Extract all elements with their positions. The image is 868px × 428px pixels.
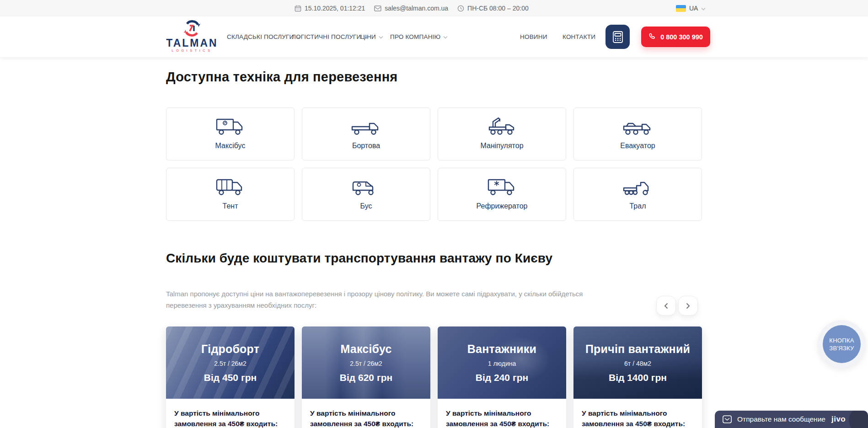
- nav-label: СКЛАДСЬКІ ПОСЛУГИ: [227, 33, 294, 40]
- nav-label: ПРО КОМПАНІЮ: [390, 33, 440, 40]
- language-code: UA: [689, 5, 698, 12]
- pricing-cards: Гідроборт 2.5т / 26м2 Від 450 грн У варт…: [166, 326, 702, 428]
- vehicle-card-crane[interactable]: Маніпулятор: [438, 107, 566, 160]
- flatbed-truck-icon: [351, 118, 382, 136]
- price-card-spec: 1 людина: [488, 360, 516, 367]
- price-card-price: Від 1400 грн: [609, 372, 667, 383]
- nav-contacts[interactable]: КОНТАКТИ: [563, 16, 595, 57]
- box-truck-icon: [215, 118, 246, 136]
- logo-title: TALMAN: [159, 38, 225, 48]
- price-card-details: У вартість мінімального замовлення за 45…: [573, 399, 702, 428]
- tow-truck-icon: [622, 118, 654, 136]
- price-card-price: Від 620 грн: [340, 372, 392, 383]
- chevron-down-icon: [379, 36, 383, 39]
- nav-warehouse-services[interactable]: СКЛАДСЬКІ ПОСЛУГИ: [227, 16, 301, 57]
- hours-text: ПН-СБ 08:00 – 20:00: [467, 5, 529, 12]
- fridge-truck-icon: [487, 178, 518, 197]
- nav-label: ЦІНИ: [360, 33, 376, 40]
- language-selector[interactable]: UA: [676, 0, 706, 16]
- topbar-info: 15.10.2025, 01:12:21 sales@talman.com.ua…: [295, 0, 529, 16]
- datetime-text: 15.10.2025, 01:12:21: [305, 5, 365, 12]
- price-card-title: Гідроборт: [201, 342, 259, 356]
- clock-icon: [457, 5, 464, 12]
- callback-line2: ЗВ'ЯЗКУ: [829, 344, 854, 352]
- nav-label: НОВИНИ: [520, 33, 547, 40]
- nav-label: ЛОГІСТИЧНІ ПОСЛУГИ: [292, 33, 361, 40]
- price-card-hydroboard[interactable]: Гідроборт 2.5т / 26м2 Від 450 грн У варт…: [166, 326, 295, 428]
- carousel-prev-button[interactable]: [656, 296, 676, 316]
- carousel-next-button[interactable]: [678, 296, 698, 316]
- tent-truck-icon: [215, 178, 246, 197]
- envelope-icon: [374, 5, 381, 11]
- carousel-nav: [656, 296, 698, 316]
- price-card-price: Від 450 грн: [204, 372, 257, 383]
- price-card-maxibus[interactable]: Максібус 2.5т / 26м2 Від 620 грн У варті…: [302, 326, 430, 428]
- calendar-icon: [295, 5, 301, 12]
- callback-button-inner: КНОПКА ЗВ'ЯЗКУ: [823, 325, 861, 363]
- price-card-price: Від 240 грн: [476, 372, 528, 383]
- vehicles-section-title: Доступна техніка для перевезення: [166, 70, 397, 85]
- vehicle-card-low-loader[interactable]: Трал: [573, 168, 702, 221]
- callback-button[interactable]: КНОПКА ЗВ'ЯЗКУ: [818, 320, 866, 368]
- nav-logistics-services[interactable]: ЛОГІСТИЧНІ ПОСЛУГИ: [292, 16, 368, 57]
- ukraine-flag-icon: [676, 5, 686, 12]
- vehicle-card-van[interactable]: Бус: [302, 168, 430, 221]
- jivo-logo: jivo: [831, 415, 846, 424]
- price-card-image: Причіп вантажний 6т / 48м2 Від 1400 грн: [573, 326, 702, 399]
- crane-truck-icon: [487, 118, 518, 136]
- vehicle-label: Тент: [223, 202, 238, 210]
- logo-emblem-icon: [182, 19, 203, 38]
- vehicle-label: Бортова: [352, 142, 380, 150]
- price-card-details: У вартість мінімального замовлення за 45…: [166, 399, 295, 428]
- vehicle-card-maxibus[interactable]: Максібус: [166, 107, 295, 160]
- vehicles-grid: Максібус Бортова Маніпулятор Евакуатор Т…: [166, 107, 702, 221]
- chevron-down-icon: [701, 5, 706, 12]
- datetime: 15.10.2025, 01:12:21: [295, 5, 365, 12]
- phone-number: 0 800 300 990: [660, 33, 703, 41]
- price-card-loaders[interactable]: Вантажники 1 людина Від 240 грн У вартіс…: [438, 326, 566, 428]
- vehicle-card-flatbed[interactable]: Бортова: [302, 107, 430, 160]
- price-card-details: У вартість мінімального замовлення за 45…: [302, 399, 430, 428]
- vehicle-label: Максібус: [215, 142, 246, 150]
- vehicle-label: Бус: [360, 202, 372, 210]
- nav-news[interactable]: НОВИНИ: [520, 16, 547, 57]
- price-card-image: Гідроборт 2.5т / 26м2 Від 450 грн: [166, 326, 295, 399]
- chat-envelope-icon: [722, 415, 732, 424]
- price-card-spec: 2.5т / 26м2: [350, 360, 382, 367]
- price-card-image: Вантажники 1 людина Від 240 грн: [438, 326, 566, 399]
- chat-message: Отправьте нам сообщение: [737, 415, 825, 423]
- price-card-cargo-trailer[interactable]: Причіп вантажний 6т / 48м2 Від 1400 грн …: [573, 326, 702, 428]
- chevron-down-icon: [443, 36, 448, 39]
- nav-about-company[interactable]: ПРО КОМПАНІЮ: [390, 16, 448, 57]
- vehicle-card-fridge[interactable]: Рефрижератор: [438, 168, 566, 221]
- phone-icon: [648, 33, 656, 41]
- price-card-spec: 2.5т / 26м2: [214, 360, 246, 367]
- vehicle-card-tent[interactable]: Тент: [166, 168, 295, 221]
- price-card-details: У вартість мінімального замовлення за 45…: [438, 399, 566, 428]
- calculator-icon: [612, 31, 623, 43]
- nav-prices[interactable]: ЦІНИ: [360, 16, 383, 57]
- pricing-section-title: Скільки буде коштувати транспортування в…: [166, 251, 552, 266]
- price-card-title: Вантажники: [467, 342, 536, 356]
- logo-subtitle: LOGISTICS: [159, 48, 225, 53]
- price-card-title: Максібус: [341, 342, 392, 356]
- logo[interactable]: TALMAN LOGISTICS: [159, 19, 225, 53]
- vehicle-card-tow[interactable]: Евакуатор: [573, 107, 702, 160]
- pricing-description: Talman пропонує доступні ціни на вантажо…: [166, 288, 600, 311]
- van-icon: [351, 178, 382, 197]
- low-loader-icon: [622, 178, 654, 197]
- price-card-image: Максібус 2.5т / 26м2 Від 620 грн: [302, 326, 430, 399]
- working-hours: ПН-СБ 08:00 – 20:00: [457, 5, 529, 12]
- chat-widget[interactable]: Отправьте нам сообщение jivo: [715, 411, 868, 428]
- topbar: 15.10.2025, 01:12:21 sales@talman.com.ua…: [0, 0, 868, 16]
- calculator-button[interactable]: [605, 25, 630, 49]
- vehicle-label: Рефрижератор: [477, 202, 528, 210]
- chevron-right-icon: [686, 303, 690, 309]
- callback-line1: КНОПКА: [829, 337, 854, 344]
- header: TALMAN LOGISTICS СКЛАДСЬКІ ПОСЛУГИ ЛОГІС…: [0, 16, 868, 57]
- email[interactable]: sales@talman.com.ua: [374, 5, 448, 12]
- phone-button[interactable]: 0 800 300 990: [641, 27, 710, 47]
- price-card-title: Причіп вантажний: [585, 342, 690, 356]
- email-text: sales@talman.com.ua: [385, 5, 448, 12]
- vehicle-label: Евакуатор: [620, 142, 655, 150]
